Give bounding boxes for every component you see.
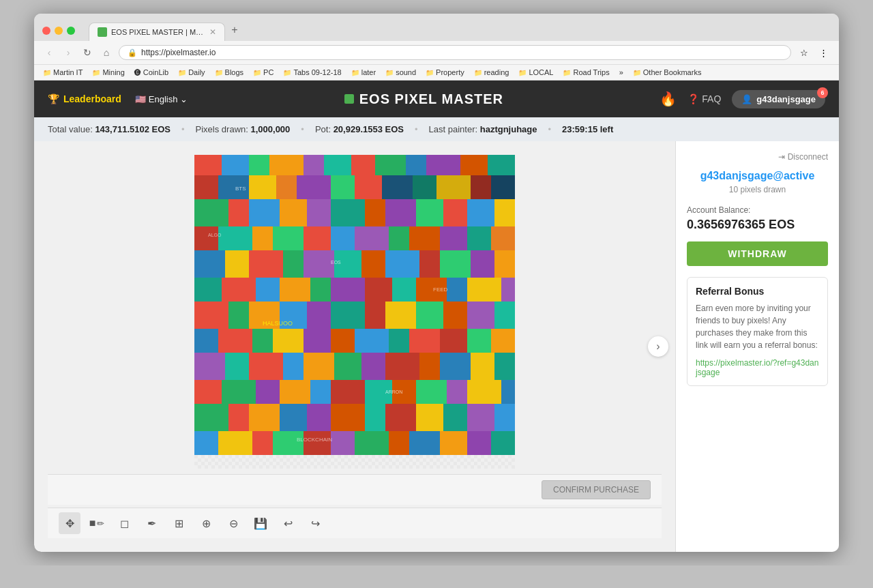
back-button[interactable]: ‹ bbox=[42, 46, 56, 59]
redo-tool[interactable]: ↪ bbox=[304, 512, 326, 534]
svg-rect-132 bbox=[385, 404, 416, 431]
pen-tool[interactable]: ✒ bbox=[140, 512, 162, 534]
zoom-in-tool[interactable]: ⊕ bbox=[195, 512, 217, 534]
bookmark-mining[interactable]: 📁 Mining bbox=[89, 67, 128, 78]
extensions-icon[interactable]: ⋮ bbox=[816, 45, 831, 60]
svg-rect-45 bbox=[304, 226, 331, 250]
fullscreen-button[interactable] bbox=[67, 27, 75, 35]
svg-rect-122 bbox=[447, 380, 467, 404]
withdraw-button[interactable]: WITHDRAW bbox=[687, 241, 828, 266]
svg-text:BTS: BTS bbox=[235, 186, 246, 192]
svg-rect-50 bbox=[440, 226, 467, 250]
header-left: 🏆 Leaderboard 🇺🇸 English ⌄ bbox=[48, 93, 188, 104]
folder-icon: 📁 bbox=[474, 69, 482, 76]
svg-rect-9 bbox=[304, 155, 324, 175]
svg-rect-145 bbox=[409, 431, 440, 455]
pencil-tool[interactable]: ■✏ bbox=[86, 512, 108, 534]
pixels-drawn-count: 10 pixels drawn bbox=[687, 185, 828, 194]
bookmark-label: reading bbox=[484, 68, 509, 76]
svg-rect-136 bbox=[494, 404, 515, 431]
folder-icon: 🅒 bbox=[134, 69, 141, 76]
grid-tool[interactable]: ⊞ bbox=[168, 512, 190, 534]
bookmark-more[interactable]: » bbox=[616, 67, 627, 78]
site-title: EOS PIXEL MASTER bbox=[188, 91, 660, 107]
notification-badge: 6 bbox=[817, 87, 828, 98]
bookmark-blogs[interactable]: 📁 Blogs bbox=[211, 67, 248, 78]
disconnect-label: Disconnect bbox=[788, 152, 828, 162]
url-bar[interactable]: 🔒 https://pixelmaster.io bbox=[119, 45, 791, 60]
minimize-button[interactable] bbox=[55, 27, 63, 35]
svg-rect-106 bbox=[334, 353, 361, 380]
bookmark-road-trips[interactable]: 📁 Road Trips bbox=[559, 67, 612, 78]
referral-link[interactable]: https://pixelmaster.io/?ref=g43danjsgage bbox=[696, 358, 819, 377]
bookmark-tabs[interactable]: 📁 Tabs 09-12-18 bbox=[280, 67, 344, 78]
eraser-tool[interactable]: ◻ bbox=[113, 512, 135, 534]
svg-rect-109 bbox=[419, 353, 440, 380]
svg-rect-94 bbox=[331, 329, 355, 353]
folder-icon: 📁 bbox=[43, 69, 51, 76]
svg-rect-113 bbox=[194, 380, 222, 404]
fire-icon[interactable]: 🔥 bbox=[660, 91, 677, 107]
svg-rect-77 bbox=[194, 302, 228, 329]
new-tab-button[interactable]: + bbox=[225, 20, 244, 40]
forward-button[interactable]: › bbox=[61, 46, 75, 59]
bookmark-coinlib[interactable]: 🅒 CoinLib bbox=[131, 67, 172, 78]
move-tool[interactable]: ✥ bbox=[59, 512, 80, 534]
faq-label: FAQ bbox=[702, 93, 721, 104]
svg-rect-87 bbox=[467, 302, 494, 329]
bookmark-later[interactable]: 📁 later bbox=[348, 67, 379, 78]
bookmark-local[interactable]: 📁 LOCAL bbox=[515, 67, 557, 78]
svg-rect-22 bbox=[331, 175, 355, 199]
bottom-toolbar: CONFIRM PURCHASE bbox=[48, 474, 662, 505]
leaderboard-button[interactable]: 🏆 Leaderboard bbox=[48, 93, 121, 104]
flag-icon: 🇺🇸 bbox=[135, 94, 146, 104]
svg-rect-130 bbox=[331, 404, 365, 431]
svg-rect-72 bbox=[392, 278, 416, 302]
url-text: https://pixelmaster.io bbox=[141, 48, 782, 57]
bookmark-pc[interactable]: 📁 PC bbox=[250, 67, 277, 78]
bookmark-daily[interactable]: 📁 Daily bbox=[175, 67, 208, 78]
svg-rect-36 bbox=[385, 199, 416, 226]
bookmark-other[interactable]: 📁 Other Bookmarks bbox=[630, 67, 705, 78]
language-selector[interactable]: 🇺🇸 English ⌄ bbox=[135, 94, 188, 104]
confirm-purchase-button[interactable]: CONFIRM PURCHASE bbox=[542, 480, 651, 499]
bookmark-reading[interactable]: 📁 reading bbox=[471, 67, 513, 78]
disconnect-button[interactable]: ⇥ Disconnect bbox=[778, 152, 828, 162]
svg-rect-33 bbox=[307, 199, 331, 226]
bookmark-label: Tabs 09-12-18 bbox=[293, 68, 341, 76]
bookmark-martin-it[interactable]: 📁 Martin IT bbox=[40, 67, 86, 78]
bookmark-icon[interactable]: ☆ bbox=[797, 45, 812, 60]
bookmark-label: Road Trips bbox=[573, 68, 609, 76]
svg-text:ALGO: ALGO bbox=[208, 233, 222, 237]
referral-box: Referral Bonus Earn even more by invitin… bbox=[687, 277, 828, 386]
save-tool[interactable]: 💾 bbox=[250, 512, 271, 534]
close-button[interactable] bbox=[42, 27, 50, 35]
refresh-button[interactable]: ↻ bbox=[80, 46, 94, 59]
svg-rect-91 bbox=[252, 329, 273, 353]
active-tab[interactable]: EOS PIXEL MASTER | Make m... ✕ bbox=[89, 23, 225, 41]
folder-icon: 📁 bbox=[563, 69, 571, 76]
next-arrow-button[interactable]: › bbox=[648, 336, 668, 357]
user-account-button[interactable]: 👤 g43danjsgage 6 bbox=[732, 90, 825, 108]
svg-rect-30 bbox=[228, 199, 249, 226]
home-button[interactable]: ⌂ bbox=[100, 46, 113, 59]
svg-rect-64 bbox=[494, 250, 515, 278]
svg-rect-56 bbox=[283, 250, 304, 278]
undo-tool[interactable]: ↩ bbox=[277, 512, 299, 534]
total-value: 143,711.5102 EOS bbox=[95, 124, 171, 134]
faq-button[interactable]: ❓ FAQ bbox=[687, 93, 721, 104]
svg-rect-66 bbox=[222, 278, 256, 302]
svg-rect-34 bbox=[331, 199, 365, 226]
address-bar: ‹ › ↻ ⌂ 🔒 https://pixelmaster.io ☆ ⋮ bbox=[34, 41, 839, 65]
zoom-out-tool[interactable]: ⊖ bbox=[222, 512, 244, 534]
svg-rect-10 bbox=[324, 155, 351, 175]
tab-favicon bbox=[98, 27, 107, 37]
bookmark-sound[interactable]: 📁 sound bbox=[382, 67, 419, 78]
pixel-canvas[interactable]: BTS ALGO EOS FEED HALSUOO ARRON BLOCKCHA… bbox=[194, 155, 515, 469]
tab-close-icon[interactable]: ✕ bbox=[209, 27, 216, 37]
svg-rect-28 bbox=[491, 175, 515, 199]
bookmark-label: Martin IT bbox=[53, 68, 83, 76]
user-name[interactable]: g43danjsgage@active bbox=[687, 170, 828, 182]
svg-rect-110 bbox=[440, 353, 471, 380]
bookmark-property[interactable]: 📁 Property bbox=[422, 67, 468, 78]
